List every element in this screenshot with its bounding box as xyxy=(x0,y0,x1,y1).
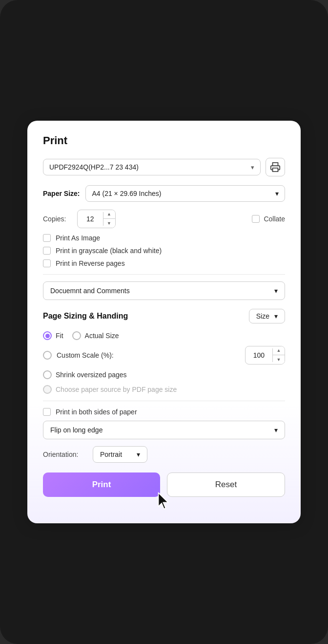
print-as-image-row: Print As Image xyxy=(43,234,285,242)
print-as-image-label: Print As Image xyxy=(56,234,100,242)
custom-scale-label: Custom Scale (%): xyxy=(57,351,114,359)
collate-right: Collate xyxy=(252,215,285,223)
flip-select-value: Flip on long edge xyxy=(50,426,102,434)
printer-select-value: UPDF2924Q(HP2...7 23 434) xyxy=(49,163,139,171)
document-comments-chevron-icon: ▾ xyxy=(274,287,278,295)
actual-size-label: Actual Size xyxy=(85,332,119,340)
document-comments-value: Docuemnt and Comments xyxy=(50,287,130,295)
copies-value: 12 xyxy=(78,212,103,226)
svg-rect-0 xyxy=(273,168,278,172)
custom-scale-row: Custom Scale (%): 100 ▲ ▼ xyxy=(43,346,285,365)
printer-icon-button[interactable] xyxy=(266,158,285,176)
orientation-chevron-icon: ▾ xyxy=(137,451,140,458)
print-grayscale-row: Print in grayscale (black and white) xyxy=(43,247,285,255)
shrink-oversized-label: Shrink oversized pages xyxy=(56,371,127,379)
choose-paper-source-label: Choose paper source by PDF page size xyxy=(56,386,177,393)
page-sizing-header: Page Sizing & Handing Size ▾ xyxy=(43,309,285,323)
orientation-select[interactable]: Portrait ▾ xyxy=(93,446,147,463)
orientation-value: Portrait xyxy=(100,451,122,458)
printer-chevron-icon: ▾ xyxy=(251,164,254,171)
size-select[interactable]: Size ▾ xyxy=(249,309,285,323)
dialog-title: Print xyxy=(43,134,285,147)
choose-paper-source-radio[interactable] xyxy=(43,385,52,394)
flip-chevron-icon: ▾ xyxy=(274,426,278,434)
print-dialog: Print UPDF2924Q(HP2...7 23 434) ▾ Paper … xyxy=(27,121,301,523)
scale-value: 100 xyxy=(246,348,273,362)
shrink-oversized-row: Shrink oversized pages xyxy=(43,370,285,379)
fit-label: Fit xyxy=(56,332,63,340)
print-both-sides-label: Print in both sides of paper xyxy=(56,408,137,416)
fit-option: Fit xyxy=(43,331,63,340)
paper-size-value: A4 (21 × 29.69 Inches) xyxy=(92,190,161,197)
size-select-value: Size xyxy=(256,312,269,320)
copies-increment-button[interactable]: ▲ xyxy=(103,210,115,219)
print-grayscale-checkbox[interactable] xyxy=(43,247,51,255)
custom-scale-radio[interactable] xyxy=(43,351,52,360)
actual-size-option: Actual Size xyxy=(72,331,119,340)
flip-select[interactable]: Flip on long edge ▾ xyxy=(43,421,285,439)
divider-1 xyxy=(43,274,285,275)
paper-size-label: Paper Size: xyxy=(43,190,80,197)
print-as-image-checkbox[interactable] xyxy=(43,234,51,242)
print-both-sides-row: Print in both sides of paper xyxy=(43,408,285,416)
paper-size-row: Paper Size: A4 (21 × 29.69 Inches) ▾ xyxy=(43,185,285,202)
divider-2 xyxy=(43,401,285,401)
page-sizing-title: Page Sizing & Handing xyxy=(43,312,128,321)
copies-collate-row: Copies: 12 ▲ ▼ Collate xyxy=(43,210,285,228)
app-background: Print UPDF2924Q(HP2...7 23 434) ▾ Paper … xyxy=(0,0,328,644)
copies-decrement-button[interactable]: ▼ xyxy=(103,219,115,228)
paper-size-select[interactable]: A4 (21 × 29.69 Inches) ▾ xyxy=(85,185,285,202)
orientation-row: Orientation: Portrait ▾ xyxy=(43,446,285,463)
scale-stepper-buttons: ▲ ▼ xyxy=(273,346,285,364)
copies-stepper-buttons: ▲ ▼ xyxy=(103,210,115,228)
printer-row: UPDF2924Q(HP2...7 23 434) ▾ xyxy=(43,158,285,176)
printer-select[interactable]: UPDF2924Q(HP2...7 23 434) ▾ xyxy=(43,159,261,175)
document-comments-select[interactable]: Docuemnt and Comments ▾ xyxy=(43,281,285,300)
print-grayscale-label: Print in grayscale (black and white) xyxy=(56,247,162,255)
print-reverse-row: Print in Reverse pages xyxy=(43,259,285,267)
print-button[interactable]: Print xyxy=(43,472,160,497)
print-both-sides-checkbox[interactable] xyxy=(43,408,51,416)
collate-checkbox[interactable] xyxy=(252,215,260,223)
fit-actual-size-row: Fit Actual Size xyxy=(43,331,285,340)
reset-button[interactable]: Reset xyxy=(167,472,285,497)
printer-svg-icon xyxy=(270,162,281,172)
collate-label: Collate xyxy=(264,215,285,223)
print-reverse-checkbox[interactable] xyxy=(43,259,51,267)
scale-stepper[interactable]: 100 ▲ ▼ xyxy=(245,346,285,365)
copies-label: Copies: xyxy=(43,215,72,223)
copies-left: Copies: 12 ▲ ▼ xyxy=(43,210,116,228)
cursor-icon xyxy=(155,492,173,510)
fit-radio[interactable] xyxy=(43,331,52,340)
svg-marker-1 xyxy=(159,493,168,509)
shrink-oversized-radio[interactable] xyxy=(43,370,52,379)
copies-stepper[interactable]: 12 ▲ ▼ xyxy=(77,210,116,228)
choose-paper-source-row: Choose paper source by PDF page size xyxy=(43,385,285,394)
actual-size-radio[interactable] xyxy=(72,331,81,340)
scale-decrement-button[interactable]: ▼ xyxy=(273,355,285,364)
size-select-chevron-icon: ▾ xyxy=(274,312,278,320)
orientation-label: Orientation: xyxy=(43,451,87,458)
scale-increment-button[interactable]: ▲ xyxy=(273,346,285,355)
print-reverse-label: Print in Reverse pages xyxy=(56,259,125,267)
paper-size-chevron-icon: ▾ xyxy=(275,190,279,197)
